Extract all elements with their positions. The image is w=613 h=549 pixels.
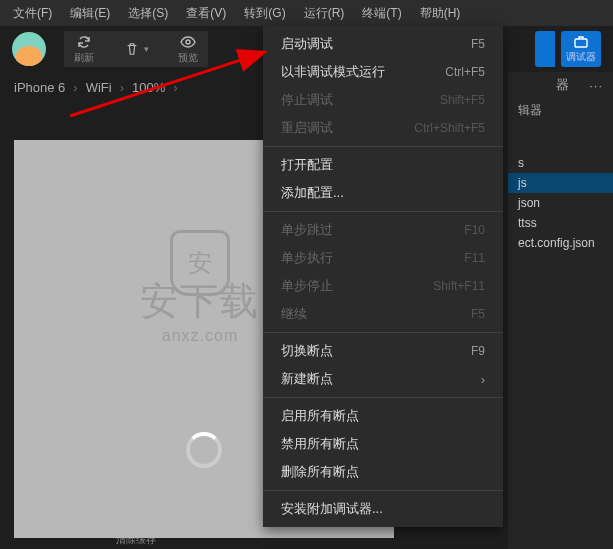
menu-item-label: 单步跳过 bbox=[281, 221, 333, 239]
chevron-right-icon: › bbox=[73, 80, 77, 95]
menubar-item[interactable]: 查看(V) bbox=[177, 0, 235, 26]
refresh-button[interactable]: 刷新 bbox=[64, 31, 104, 67]
menu-shortcut: Shift+F5 bbox=[440, 93, 485, 107]
file-item[interactable]: s bbox=[508, 153, 613, 173]
menu-item-label: 单步停止 bbox=[281, 277, 333, 295]
menu-item-label: 停止调试 bbox=[281, 91, 333, 109]
menu-shortcut: F11 bbox=[464, 251, 485, 265]
svg-rect-1 bbox=[575, 39, 587, 47]
refresh-label: 刷新 bbox=[74, 51, 94, 65]
menubar: 文件(F)编辑(E)选择(S)查看(V)转到(G)运行(R)终端(T)帮助(H) bbox=[0, 0, 613, 26]
chevron-right-icon: › bbox=[481, 372, 485, 387]
menu-item-label: 单步执行 bbox=[281, 249, 333, 267]
menubar-item[interactable]: 转到(G) bbox=[235, 0, 294, 26]
file-item[interactable]: js bbox=[508, 173, 613, 193]
menu-item-label: 删除所有断点 bbox=[281, 463, 359, 481]
menu-separator bbox=[263, 397, 503, 398]
menubar-item[interactable]: 终端(T) bbox=[353, 0, 410, 26]
menu-shortcut: F10 bbox=[464, 223, 485, 237]
menu-item: 单步停止Shift+F11 bbox=[263, 272, 503, 300]
unknown-blue-button[interactable] bbox=[535, 31, 555, 67]
menu-shortcut: F9 bbox=[471, 344, 485, 358]
menu-item-label: 新建断点 bbox=[281, 370, 333, 388]
menu-item: 继续F5 bbox=[263, 300, 503, 328]
menu-shortcut: Shift+F11 bbox=[433, 279, 485, 293]
briefcase-icon bbox=[573, 34, 589, 50]
menu-item[interactable]: 启动调试F5 bbox=[263, 30, 503, 58]
menu-separator bbox=[263, 332, 503, 333]
menu-separator bbox=[263, 490, 503, 491]
file-item[interactable]: ttss bbox=[508, 213, 613, 233]
menu-item-label: 继续 bbox=[281, 305, 307, 323]
file-item[interactable]: ect.config.json bbox=[508, 233, 613, 253]
menubar-item[interactable]: 文件(F) bbox=[4, 0, 61, 26]
panel-tab-1[interactable]: 器 bbox=[556, 76, 569, 94]
menu-item[interactable]: 删除所有断点 bbox=[263, 458, 503, 486]
preview-button[interactable]: 预览 bbox=[168, 31, 208, 67]
right-panel-header: 器 ··· bbox=[508, 72, 613, 98]
file-list: sjsjsonttssect.config.json bbox=[508, 123, 613, 253]
menubar-item[interactable]: 帮助(H) bbox=[411, 0, 470, 26]
more-icon[interactable]: ··· bbox=[589, 78, 603, 93]
menu-item[interactable]: 启用所有断点 bbox=[263, 402, 503, 430]
menu-item[interactable]: 添加配置... bbox=[263, 179, 503, 207]
menu-separator bbox=[263, 146, 503, 147]
right-panel: 器 ··· 辑器 sjsjsonttssect.config.json bbox=[508, 72, 613, 549]
menu-shortcut: Ctrl+F5 bbox=[445, 65, 485, 79]
menu-item-label: 添加配置... bbox=[281, 184, 344, 202]
menubar-item[interactable]: 运行(R) bbox=[295, 0, 354, 26]
menu-shortcut: F5 bbox=[471, 37, 485, 51]
menu-item[interactable]: 新建断点› bbox=[263, 365, 503, 393]
loading-spinner-icon bbox=[186, 432, 222, 468]
menu-shortcut: F5 bbox=[471, 307, 485, 321]
menu-separator bbox=[263, 211, 503, 212]
menu-shortcut: Ctrl+Shift+F5 bbox=[414, 121, 485, 135]
chevron-right-icon: › bbox=[173, 80, 177, 95]
menu-item[interactable]: 切换断点F9 bbox=[263, 337, 503, 365]
trash-icon bbox=[124, 41, 140, 57]
menu-item: 单步执行F11 bbox=[263, 244, 503, 272]
panel-tab-2[interactable]: 辑器 bbox=[508, 98, 613, 123]
menubar-item[interactable]: 选择(S) bbox=[119, 0, 177, 26]
debugger-label: 调试器 bbox=[566, 50, 596, 64]
menu-item-label: 启动调试 bbox=[281, 35, 333, 53]
menu-item: 停止调试Shift+F5 bbox=[263, 86, 503, 114]
menu-item-label: 打开配置 bbox=[281, 156, 333, 174]
menubar-item[interactable]: 编辑(E) bbox=[61, 0, 119, 26]
svg-point-0 bbox=[186, 40, 190, 44]
menu-item[interactable]: 禁用所有断点 bbox=[263, 430, 503, 458]
tool-group: 刷新 ▾ 清除缓存 预览 bbox=[64, 31, 208, 67]
right-tools: 调试器 bbox=[535, 31, 601, 67]
app-logo bbox=[12, 32, 46, 66]
breadcrumb-item[interactable]: iPhone 6 bbox=[14, 80, 65, 95]
file-item[interactable]: json bbox=[508, 193, 613, 213]
refresh-icon bbox=[76, 34, 92, 50]
menu-item-label: 切换断点 bbox=[281, 342, 333, 360]
clear-cache-button[interactable]: ▾ 清除缓存 bbox=[104, 31, 168, 67]
menu-item: 单步跳过F10 bbox=[263, 216, 503, 244]
menu-item-label: 启用所有断点 bbox=[281, 407, 359, 425]
breadcrumb-item[interactable]: 100% bbox=[132, 80, 165, 95]
breadcrumb-item[interactable]: WiFi bbox=[86, 80, 112, 95]
debugger-button[interactable]: 调试器 bbox=[561, 31, 601, 67]
preview-label: 预览 bbox=[178, 51, 198, 65]
menu-item[interactable]: 以非调试模式运行Ctrl+F5 bbox=[263, 58, 503, 86]
chevron-down-icon: ▾ bbox=[144, 44, 149, 54]
menu-item[interactable]: 安装附加调试器... bbox=[263, 495, 503, 523]
menu-item-label: 以非调试模式运行 bbox=[281, 63, 385, 81]
menu-item-label: 安装附加调试器... bbox=[281, 500, 383, 518]
menu-item[interactable]: 打开配置 bbox=[263, 151, 503, 179]
menu-item-label: 重启调试 bbox=[281, 119, 333, 137]
menu-item: 重启调试Ctrl+Shift+F5 bbox=[263, 114, 503, 142]
menu-item-label: 禁用所有断点 bbox=[281, 435, 359, 453]
eye-icon bbox=[180, 34, 196, 50]
chevron-right-icon: › bbox=[120, 80, 124, 95]
run-menu-dropdown: 启动调试F5以非调试模式运行Ctrl+F5停止调试Shift+F5重启调试Ctr… bbox=[263, 26, 503, 527]
